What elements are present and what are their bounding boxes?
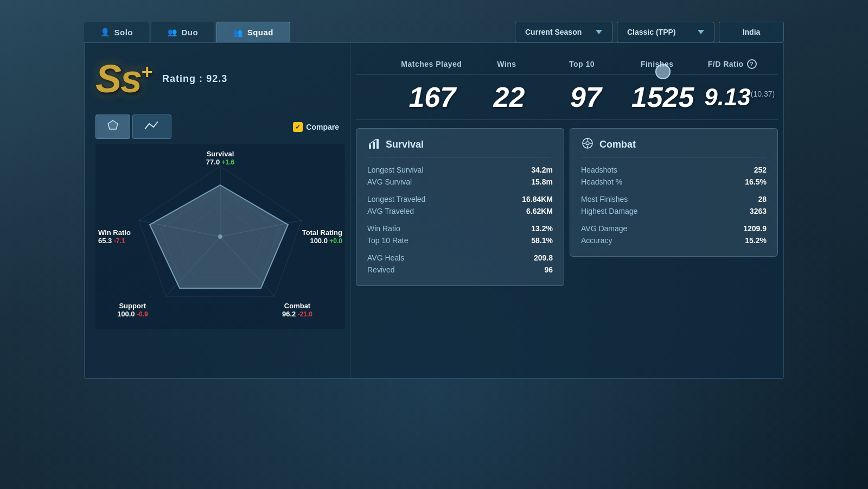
chart-tabs: ✓ Compare (95, 115, 339, 139)
combat-row-4: AVG Damage1209.9 (581, 224, 767, 233)
season-dropdown[interactable]: Current Season (515, 22, 612, 42)
tab-duo[interactable]: 👥 Duo (151, 22, 214, 42)
rank-badge: Ss+ (95, 59, 151, 98)
survival-row-6: AVG Heals209.8 (367, 253, 553, 262)
survival-row-4: Win Ratio13.2% (367, 224, 553, 233)
combat-row-1: Headshot %16.5% (581, 177, 767, 186)
svg-rect-13 (376, 139, 379, 149)
tab-squad-label: Squad (247, 28, 273, 37)
finishes-dot (655, 64, 671, 79)
combat-rows: Headshots252Headshot %16.5%Most Finishes… (581, 166, 767, 245)
survival-rows: Longest Survival34.2mAVG Survival15.8mLo… (367, 166, 553, 274)
col-header-fd: F/D Ratio ? (694, 59, 770, 69)
survival-row-1: AVG Survival15.8m (367, 177, 553, 186)
survival-row-3: AVG Traveled6.62KM (367, 207, 553, 215)
combat-row-0: Headshots252 (581, 166, 767, 174)
svg-marker-0 (108, 120, 118, 129)
survival-row-2: Longest Traveled16.84KM (367, 195, 553, 204)
stat-matches: 167 (394, 83, 471, 111)
stat-wins: 22 (471, 83, 548, 111)
combat-icon (581, 137, 594, 153)
top-tabs: 👤 Solo 👥 Duo 👥 Squad Current Season Clas… (84, 22, 784, 42)
rank-section: Ss+ Rating : 92.3 (95, 54, 339, 104)
solo-icon: 👤 (100, 28, 110, 36)
cards-row: Survival Longest Survival34.2mAVG Surviv… (356, 128, 778, 286)
stat-top10: 97 (547, 83, 624, 111)
mode-label: Classic (TPP) (627, 28, 675, 36)
survival-title-text: Survival (386, 139, 424, 150)
combat-card-title: Combat (581, 137, 767, 157)
survival-card-title: Survival (367, 137, 553, 157)
stats-header: Matches Played Wins Top 10 Finishes F/D … (356, 54, 778, 75)
survival-card: Survival Longest Survival34.2mAVG Surviv… (356, 128, 564, 286)
svg-rect-11 (369, 144, 371, 149)
content-area: Ss+ Rating : 92.3 (84, 42, 784, 379)
col-header-matches: Matches Played (394, 60, 469, 68)
chart-tab-line[interactable] (132, 115, 171, 139)
compare-label: Compare (306, 123, 339, 131)
duo-icon: 👥 (168, 28, 177, 36)
season-label: Current Season (525, 28, 582, 36)
tab-squad[interactable]: 👥 Squad (216, 22, 290, 42)
combat-card: Combat Headshots252Headshot %16.5%Most F… (570, 128, 778, 257)
svg-rect-12 (373, 142, 375, 149)
tab-solo[interactable]: 👤 Solo (84, 22, 149, 42)
combat-title-text: Combat (599, 139, 636, 150)
fd-sub: (10.37) (751, 90, 775, 98)
mode-dropdown[interactable]: Classic (TPP) (617, 22, 714, 42)
col-header-top10: Top 10 (544, 60, 620, 68)
season-arrow-icon (596, 30, 602, 34)
right-panel: Matches Played Wins Top 10 Finishes F/D … (350, 43, 783, 378)
left-panel: Ss+ Rating : 92.3 (85, 43, 350, 378)
main-container: 👤 Solo 👥 Duo 👥 Squad Current Season Clas… (84, 22, 784, 379)
stats-values: 167 22 97 1525 9.13(10.37) (356, 78, 778, 120)
tab-solo-label: Solo (114, 28, 133, 37)
survival-icon (367, 137, 380, 153)
compare-button[interactable]: ✓ Compare (293, 122, 339, 132)
dropdowns: Current Season Classic (TPP) India (515, 22, 784, 42)
stat-finishes: 1525 (624, 83, 701, 111)
svg-point-10 (218, 234, 222, 239)
radar-chart: Survival 77.0 +1.6 Total Rating 100.0 +0… (95, 144, 345, 329)
survival-row-5: Top 10 Rate58.1% (367, 236, 553, 245)
rank-plus: + (141, 61, 151, 83)
fd-help-icon[interactable]: ? (747, 59, 757, 69)
combat-row-3: Highest Damage3263 (581, 207, 767, 215)
combat-row-2: Most Finishes28 (581, 195, 767, 204)
region-button[interactable]: India (719, 22, 784, 42)
chart-tab-radar[interactable] (95, 115, 130, 139)
tab-duo-label: Duo (182, 28, 199, 37)
stat-fd: 9.13(10.37) (701, 85, 778, 109)
survival-row-0: Longest Survival34.2m (367, 166, 553, 174)
survival-row-7: Revived96 (367, 265, 553, 274)
rating-text: Rating : 92.3 (162, 73, 227, 85)
combat-row-5: Accuracy15.2% (581, 236, 767, 245)
col-header-wins: Wins (469, 60, 545, 68)
squad-icon: 👥 (233, 28, 243, 37)
region-label: India (743, 28, 761, 36)
compare-checkbox: ✓ (293, 122, 303, 132)
mode-arrow-icon (698, 30, 704, 34)
svg-point-15 (586, 142, 589, 145)
